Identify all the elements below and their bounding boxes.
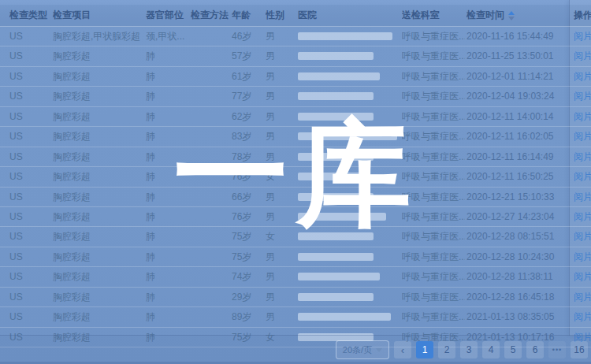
exam-item-cell: 胸腔彩超 bbox=[53, 188, 143, 206]
table-row[interactable]: US 胸腔彩超 肺 62岁 男 呼吸与重症医... 2020-12-11 14:… bbox=[0, 107, 591, 127]
page-list: 123456•••16 bbox=[416, 341, 588, 358]
age-cell: 46岁 bbox=[232, 27, 263, 46]
read-film-link[interactable]: 阅片 bbox=[574, 107, 591, 126]
exam-time-cell: 2020-12-04 19:03:24 bbox=[466, 87, 571, 106]
table-row[interactable]: US 胸腔彩超 肺 29岁 男 呼吸与重症医... 2020-12-28 16:… bbox=[0, 288, 591, 307]
gender-cell: 男 bbox=[266, 87, 294, 106]
hospital-redacted-block bbox=[298, 313, 391, 321]
exam-item-cell: 胸腔彩超 bbox=[53, 307, 143, 326]
hospital-cell bbox=[298, 127, 399, 146]
table-row[interactable]: US 胸腔彩超 肺 89岁 男 呼吸与重症医... 2021-01-13 08:… bbox=[0, 307, 591, 327]
sort-carets[interactable] bbox=[508, 11, 515, 20]
exam-item-cell: 胸腔彩超 bbox=[53, 167, 143, 186]
department-cell: 呼吸与重症医... bbox=[402, 167, 465, 186]
gender-cell: 男 bbox=[266, 127, 294, 146]
age-cell: 61岁 bbox=[232, 67, 263, 86]
read-film-link[interactable]: 阅片 bbox=[574, 67, 591, 86]
department-cell: 呼吸与重症医... bbox=[402, 247, 465, 266]
page-button-3[interactable]: 3 bbox=[460, 341, 478, 358]
gender-cell: 男 bbox=[266, 46, 294, 65]
table-row[interactable]: US 胸腔彩超 肺 83岁 男 呼吸与重症医... 2020-12-11 16:… bbox=[0, 127, 591, 147]
table-row[interactable]: US 胸腔彩超 肺 78岁 男 呼吸与重症医... 2020-12-11 16:… bbox=[0, 147, 591, 167]
exam-type-cell: US bbox=[9, 147, 49, 166]
exam-type-cell: US bbox=[9, 307, 49, 326]
table-row[interactable]: US 胸腔彩超 肺 74岁 男 呼吸与重症医... 2020-12-28 11:… bbox=[0, 267, 591, 287]
column-header-organ: 器官部位 bbox=[146, 5, 188, 26]
sort-descending-icon[interactable] bbox=[508, 17, 515, 20]
table-row[interactable]: US 胸腔彩超 肺 76岁 女 呼吸与重症医... 2020-12-11 16:… bbox=[0, 167, 591, 187]
read-film-link[interactable]: 阅片 bbox=[574, 267, 591, 286]
hospital-redacted-block bbox=[298, 273, 380, 280]
hospital-redacted-block bbox=[298, 113, 374, 121]
age-cell: 89岁 bbox=[232, 307, 263, 326]
read-film-link[interactable]: 阅片 bbox=[574, 288, 591, 306]
exam-time-cell: 2020-12-11 16:50:25 bbox=[466, 167, 571, 186]
page-button-5[interactable]: 5 bbox=[504, 341, 522, 358]
age-cell: 78岁 bbox=[232, 147, 263, 166]
column-header-exam-time[interactable]: 检查时间 bbox=[466, 5, 571, 26]
hospital-cell bbox=[298, 247, 399, 266]
organ-cell: 肺 bbox=[146, 46, 188, 65]
read-film-link[interactable]: 阅片 bbox=[574, 188, 591, 206]
organ-cell: 肺 bbox=[146, 307, 188, 326]
hospital-cell bbox=[298, 46, 399, 65]
gender-cell: 女 bbox=[266, 167, 294, 186]
page-size-select[interactable]: 20条/页 bbox=[336, 340, 389, 359]
gender-cell: 男 bbox=[266, 27, 294, 46]
exam-method-cell bbox=[191, 307, 229, 326]
page-button-6[interactable]: 6 bbox=[526, 341, 544, 358]
exam-time-cell: 2020-12-28 11:38:11 bbox=[466, 267, 571, 286]
exam-method-cell bbox=[191, 87, 229, 106]
table-row[interactable]: US 胸腔彩超 肺 61岁 男 呼吸与重症医... 2020-12-01 11:… bbox=[0, 67, 591, 87]
hospital-cell bbox=[298, 227, 399, 246]
page-button-16[interactable]: 16 bbox=[571, 341, 588, 358]
page-button-2[interactable]: 2 bbox=[438, 341, 455, 358]
exam-type-cell: US bbox=[9, 227, 49, 246]
sort-ascending-icon[interactable] bbox=[508, 11, 515, 15]
exam-time-cell: 2020-12-28 08:15:51 bbox=[466, 227, 571, 246]
column-header-age: 年龄 bbox=[232, 5, 263, 26]
read-film-link[interactable]: 阅片 bbox=[574, 147, 591, 166]
read-film-link[interactable]: 阅片 bbox=[574, 87, 591, 106]
exam-method-cell bbox=[191, 46, 229, 65]
exam-item-cell: 胸腔彩超 bbox=[53, 127, 143, 146]
age-cell: 29岁 bbox=[232, 288, 263, 306]
read-film-link[interactable]: 阅片 bbox=[574, 167, 591, 186]
read-film-link[interactable]: 阅片 bbox=[574, 207, 591, 226]
hospital-cell bbox=[298, 167, 399, 186]
table-row[interactable]: US 胸腔彩超 肺 66岁 男 呼吸与重症医... 2020-12-21 15:… bbox=[0, 188, 591, 207]
exam-time-cell: 2020-12-11 16:02:05 bbox=[466, 127, 571, 146]
page-button-4[interactable]: 4 bbox=[482, 341, 500, 358]
table-row[interactable]: US 胸腔彩超 肺 76岁 男 呼吸与重症医... 2020-12-27 14:… bbox=[0, 207, 591, 227]
page-button-1[interactable]: 1 bbox=[416, 341, 433, 358]
table-row[interactable]: US 胸腔彩超 肺 57岁 男 呼吸与重症医... 2020-11-25 13:… bbox=[0, 46, 591, 66]
table-row[interactable]: US 胸腔彩超 肺 75岁 女 呼吸与重症医... 2020-12-28 08:… bbox=[0, 227, 591, 247]
exam-method-cell bbox=[191, 188, 229, 206]
column-header-exam-type: 检查类型 bbox=[9, 5, 49, 26]
hospital-cell bbox=[298, 27, 399, 46]
read-film-link[interactable]: 阅片 bbox=[574, 127, 591, 146]
hospital-cell bbox=[298, 107, 399, 126]
read-film-link[interactable]: 阅片 bbox=[574, 46, 591, 65]
organ-cell: 颈,甲状... bbox=[146, 27, 188, 46]
hospital-redacted-block bbox=[298, 32, 392, 40]
table-row[interactable]: US 胸腔彩超,甲状腺彩超 颈,甲状... 46岁 男 呼吸与重症医... 20… bbox=[0, 27, 591, 46]
column-header-exam-item: 检查项目 bbox=[53, 5, 143, 26]
hospital-cell bbox=[298, 207, 399, 226]
exam-item-cell: 胸腔彩超,甲状腺彩超 bbox=[53, 27, 143, 46]
read-film-link[interactable]: 阅片 bbox=[574, 307, 591, 326]
read-film-link[interactable]: 阅片 bbox=[574, 247, 591, 266]
gender-cell: 男 bbox=[266, 147, 294, 166]
exam-time-cell: 2020-12-21 15:10:33 bbox=[466, 188, 571, 206]
prev-page-button[interactable]: ‹ bbox=[394, 341, 411, 358]
read-film-link[interactable]: 阅片 bbox=[574, 27, 591, 46]
gender-cell: 男 bbox=[266, 188, 294, 206]
table-row[interactable]: US 胸腔彩超 肺 75岁 男 呼吸与重症医... 2020-12-28 10:… bbox=[0, 247, 591, 267]
table-row[interactable]: US 胸腔彩超 肺 77岁 男 呼吸与重症医... 2020-12-04 19:… bbox=[0, 87, 591, 106]
read-film-link[interactable]: 阅片 bbox=[574, 227, 591, 246]
exam-time-cell: 2020-12-11 16:14:49 bbox=[466, 147, 571, 166]
exam-item-cell: 胸腔彩超 bbox=[53, 67, 143, 86]
exam-method-cell bbox=[191, 67, 229, 86]
hospital-redacted-block bbox=[298, 173, 367, 180]
more-pages-button[interactable]: ••• bbox=[548, 341, 566, 358]
